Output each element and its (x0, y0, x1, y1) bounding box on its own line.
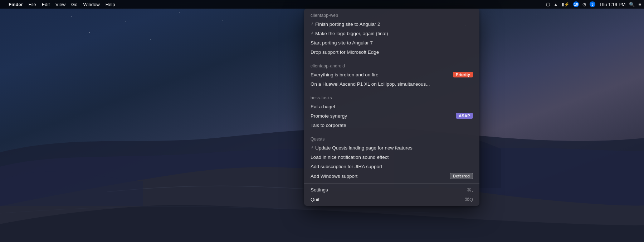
menubar-edit[interactable]: Edit (42, 2, 50, 7)
item-text: Add Windows support (311, 174, 447, 179)
list-item[interactable]: Start porting site to Angular 7 (304, 38, 479, 47)
wifi-icon[interactable]: ▲ (553, 2, 558, 7)
item-text: Add subscription for JIRA support (311, 164, 473, 169)
branch-icon: ⑂ (311, 145, 313, 150)
control-center-icon[interactable]: ≡ (638, 2, 641, 7)
notification-badge-3[interactable]: 3 (590, 1, 595, 7)
item-text: Make the logo bigger, again (final) (315, 31, 473, 36)
dropbox-icon[interactable]: ⬡ (546, 2, 550, 7)
menubar-finder[interactable]: Finder (9, 2, 23, 7)
menubar: Finder File Edit View Go Window Help ⬡ ▲… (0, 0, 644, 9)
settings-label: Settings (311, 187, 328, 193)
section-clientapp-web: clientapp-web ⑂ Finish porting site to A… (304, 9, 479, 59)
item-text: Update Quests landing page for new featu… (315, 145, 473, 151)
menubar-view[interactable]: View (55, 2, 65, 7)
list-item[interactable]: ⑂ Make the logo bigger, again (final) (304, 29, 479, 38)
branch-icon: ⑂ (311, 22, 313, 27)
section-header-boss-tasks: boss-tasks (304, 93, 479, 102)
item-text: Eat a bagel (311, 104, 473, 109)
search-icon[interactable]: 🔍 (629, 2, 635, 7)
clock-display: Thu 1:19 PM (599, 2, 625, 7)
item-text: Finish porting site to Angular 2 (315, 22, 473, 27)
battery-icon[interactable]: ▮⚡ (562, 2, 570, 7)
list-item[interactable]: Everything is broken and on fire Priorit… (304, 70, 479, 79)
item-text: On a Huawei Ascend P1 XL on Lollipop, si… (311, 81, 473, 87)
quit-item[interactable]: Quit ⌘Q (304, 195, 479, 204)
branch-icon: ⑂ (311, 31, 313, 36)
menubar-file[interactable]: File (29, 2, 36, 7)
item-text: Start porting site to Angular 7 (311, 40, 473, 46)
menubar-right: ⬡ ▲ ▮⚡ 10 ◔ 3 Thu 1:19 PM 🔍 ≡ (546, 1, 641, 7)
quit-label: Quit (311, 197, 319, 202)
list-item[interactable]: Add subscription for JIRA support (304, 162, 479, 171)
quit-shortcut: ⌘Q (465, 197, 473, 202)
item-text: Everything is broken and on fire (311, 72, 450, 77)
section-quests: Quests ⑂ Update Quests landing page for … (304, 132, 479, 183)
item-text: Talk to corporate (311, 123, 473, 128)
section-header-clientapp-android: clientapp-android (304, 61, 479, 70)
section-header-quests: Quests (304, 134, 479, 143)
footer-section: Settings ⌘, Quit ⌘Q (304, 183, 479, 206)
section-header-clientapp-web: clientapp-web (304, 11, 479, 19)
item-text: Promote synergy (311, 113, 453, 119)
priority-badge: Priority (453, 72, 473, 77)
asap-badge: ASAP (456, 113, 473, 119)
settings-shortcut: ⌘, (467, 187, 473, 193)
settings-item[interactable]: Settings ⌘, (304, 185, 479, 195)
menubar-window[interactable]: Window (83, 2, 99, 7)
section-boss-tasks: boss-tasks Eat a bagel Promote synergy A… (304, 91, 479, 132)
section-clientapp-android: clientapp-android Everything is broken a… (304, 59, 479, 91)
list-item[interactable]: Add Windows support Deferred (304, 171, 479, 181)
list-item[interactable]: Talk to corporate (304, 120, 479, 130)
list-item[interactable]: ⑂ Update Quests landing page for new fea… (304, 143, 479, 152)
list-item[interactable]: Drop support for Microsoft Edge (304, 47, 479, 57)
menubar-help[interactable]: Help (106, 2, 115, 7)
menubar-left: Finder File Edit View Go Window Help (3, 2, 115, 7)
dropdown-panel: clientapp-web ⑂ Finish porting site to A… (304, 9, 479, 206)
item-text: Drop support for Microsoft Edge (311, 49, 473, 55)
list-item[interactable]: Promote synergy ASAP (304, 111, 479, 120)
list-item[interactable]: Eat a bagel (304, 102, 479, 111)
timer-icon[interactable]: ◔ (582, 2, 586, 7)
deferred-badge: Deferred (450, 173, 473, 179)
notification-badge-10[interactable]: 10 (573, 1, 579, 7)
menubar-go[interactable]: Go (71, 2, 77, 7)
list-item[interactable]: ⑂ Finish porting site to Angular 2 (304, 19, 479, 29)
list-item[interactable]: On a Huawei Ascend P1 XL on Lollipop, si… (304, 79, 479, 89)
list-item[interactable]: Load in nice notification sound effect (304, 152, 479, 162)
item-text: Load in nice notification sound effect (311, 155, 473, 160)
